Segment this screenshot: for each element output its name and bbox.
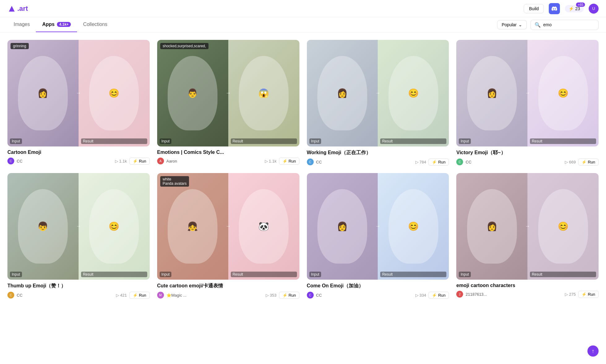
logo-text: .art (17, 5, 28, 13)
card-image: 👧 Input → 🐼 Result white Panda avatars (157, 173, 299, 280)
run-button[interactable]: ⚡ Run (129, 292, 150, 299)
author-name: ⭐Magic ... (166, 293, 263, 298)
author-name: CC (316, 293, 413, 298)
tab-images[interactable]: Images (7, 17, 36, 32)
search-input[interactable] (543, 22, 593, 27)
run-icon: ⚡ (432, 293, 437, 298)
face-placeholder-right: 😊 (538, 56, 588, 130)
input-label: Input (10, 138, 22, 144)
face-placeholder-right: 😊 (89, 56, 139, 130)
arrow-icon: → (226, 90, 231, 96)
card-title: Cute cartoon emoji/卡通表情 (157, 283, 299, 289)
card-input-image: 👩 Input (307, 40, 378, 146)
card-input-image: 👧 Input (157, 173, 228, 280)
face-placeholder-left: 👨 (168, 56, 217, 130)
sort-button[interactable]: Popular ⌄ (497, 20, 527, 29)
card-item[interactable]: 👨 Input → 😱 Result shocked,surprised,sca… (157, 40, 299, 166)
play-icon: ▷ (116, 293, 119, 298)
play-count: ▷ 353 (266, 293, 277, 298)
result-label: Result (81, 272, 147, 277)
play-icon: ▷ (265, 159, 268, 163)
tab-collections[interactable]: Collections (77, 17, 114, 32)
card-title: Thumb up Emoji（赞！） (7, 283, 150, 289)
face-placeholder-left: 👩 (317, 189, 367, 264)
run-button[interactable]: ⚡ Run (428, 292, 449, 299)
face-placeholder-right: 😊 (538, 189, 588, 264)
run-icon: ⚡ (282, 293, 287, 298)
card-item[interactable]: 👩 Input → 😊 Result grinning Cartoon Emoj… (7, 40, 150, 166)
author-name: Aaron (166, 159, 262, 163)
card-item[interactable]: 👩 Input → 😊 Result emoji cartoon charact… (456, 173, 599, 299)
play-count: ▷ 421 (116, 293, 127, 298)
face-placeholder-left: 👩 (317, 56, 367, 130)
card-image: 👩 Input → 😊 Result grinning (7, 40, 150, 146)
input-label: Input (459, 272, 471, 277)
face-placeholder-left: 👩 (18, 56, 68, 130)
card-item[interactable]: 👩 Input → 😊 Result Victory Emoji（耶~） C C… (456, 40, 599, 166)
apps-badge: 4.1k+ (57, 22, 71, 27)
face-placeholder-left: 👦 (18, 189, 68, 264)
run-icon: ⚡ (582, 292, 587, 297)
logo[interactable]: .art (7, 4, 28, 13)
nav-tabs: Images Apps 4.1k+ Collections Popular ⌄ … (0, 17, 606, 32)
arrow-icon: → (76, 90, 81, 96)
user-avatar[interactable]: U (589, 4, 599, 14)
arrow-icon: → (375, 223, 380, 229)
run-button[interactable]: ⚡ Run (279, 158, 299, 165)
run-button[interactable]: ⚡ Run (129, 158, 150, 165)
play-count: ▷ 784 (415, 160, 426, 164)
card-image: 👦 Input → 😊 Result (7, 173, 150, 280)
run-button[interactable]: ⚡ Run (578, 291, 599, 298)
card-result-image: 😱 Result (228, 40, 299, 146)
build-button[interactable]: Build (524, 4, 544, 13)
run-icon: ⚡ (432, 160, 437, 164)
play-icon: ▷ (565, 292, 568, 297)
run-button[interactable]: ⚡ Run (428, 159, 449, 166)
input-label: Input (160, 138, 172, 144)
lightning-badge: +65 (576, 2, 585, 7)
card-image: 👩 Input → 😊 Result (456, 173, 599, 280)
card-input-image: 👩 Input (307, 173, 378, 280)
play-icon: ▷ (415, 160, 419, 164)
search-box[interactable]: 🔍 (531, 20, 599, 30)
card-item[interactable]: 👧 Input → 🐼 Result white Panda avatars C… (157, 173, 299, 299)
card-meta: C CC ▷ 334 ⚡ Run (307, 292, 449, 299)
result-label: Result (231, 138, 297, 144)
card-meta: C CC ▷ 1.1k ⚡ Run (7, 158, 150, 165)
face-placeholder-right: 😊 (389, 189, 438, 264)
result-label: Result (380, 138, 446, 144)
card-title: Working Emoji（正在工作） (307, 150, 449, 156)
card-image: 👩 Input → 😊 Result (307, 173, 449, 280)
run-icon: ⚡ (133, 159, 138, 163)
discord-button[interactable] (549, 3, 560, 14)
card-item[interactable]: 👦 Input → 😊 Result Thumb up Emoji（赞！） C … (7, 173, 150, 299)
author-name: CC (17, 159, 113, 163)
play-count: ▷ 334 (415, 293, 426, 298)
card-title: emoji cartoon characters (456, 283, 599, 288)
run-button[interactable]: ⚡ Run (578, 159, 599, 166)
card-meta: C CC ▷ 669 ⚡ Run (456, 159, 599, 166)
run-icon: ⚡ (582, 160, 587, 164)
run-button[interactable]: ⚡ Run (279, 292, 299, 299)
search-icon: 🔍 (535, 22, 541, 28)
lightning-count: 23 (575, 6, 580, 11)
run-icon: ⚡ (133, 293, 138, 298)
card-title: Come On Emoji（加油） (307, 283, 449, 289)
play-count: ▷ 275 (565, 292, 576, 297)
card-meta: C CC ▷ 421 ⚡ Run (7, 292, 150, 299)
result-label: Result (380, 272, 446, 277)
lightning-button[interactable]: +65 ⚡ 23 (565, 5, 584, 12)
card-title: Victory Emoji（耶~） (456, 150, 599, 156)
arrow-icon: → (525, 90, 530, 96)
run-icon: ⚡ (282, 159, 287, 163)
face-placeholder-left: 👩 (467, 189, 517, 264)
author-name: CC (466, 160, 562, 164)
author-avatar: C (307, 292, 314, 298)
card-input-image: 👨 Input (157, 40, 228, 146)
tab-apps[interactable]: Apps 4.1k+ (36, 17, 77, 32)
card-meta: M ⭐Magic ... ▷ 353 ⚡ Run (157, 292, 299, 299)
arrow-icon: → (375, 90, 380, 96)
card-meta: C CC ▷ 784 ⚡ Run (307, 159, 449, 166)
card-item[interactable]: 👩 Input → 😊 Result Come On Emoji（加油） C C… (307, 173, 449, 299)
card-item[interactable]: 👩 Input → 😊 Result Working Emoji（正在工作） C… (307, 40, 449, 166)
